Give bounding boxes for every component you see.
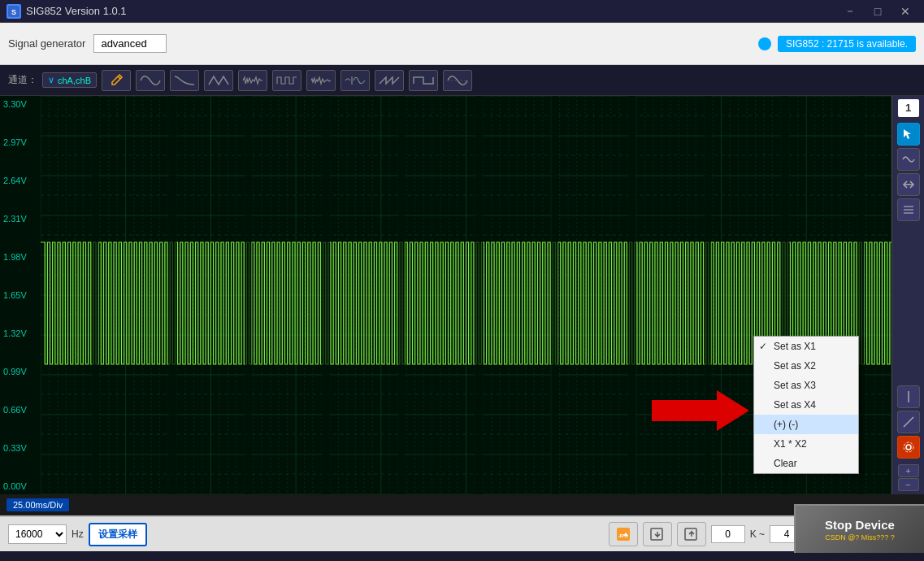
menu-item-clear[interactable]: Clear: [754, 454, 858, 473]
menu-item-set-x1[interactable]: Set as X1: [754, 337, 858, 356]
triangle-wave-button[interactable]: [204, 70, 233, 91]
titlebar-left: S SIG852 Version 1.0.1: [7, 4, 127, 19]
svg-rect-150: [685, 528, 696, 540]
decay-wave-button[interactable]: [170, 70, 199, 91]
y-axis-label-2: 2.64V: [3, 176, 37, 185]
y-axis-label-5: 1.65V: [3, 290, 37, 300]
cursor-tool-button[interactable]: [897, 123, 920, 146]
topbar: Signal generator SIG852 : 21715 is avail…: [0, 23, 924, 65]
channel-number: 1: [898, 99, 919, 117]
save-jpg-button[interactable]: JPG: [609, 522, 638, 546]
stop-device-button[interactable]: Stop Device CSDN @? Miss??? ?: [794, 504, 924, 553]
y-axis-label-8: 0.66V: [3, 405, 37, 415]
sample-rate-select[interactable]: 16000: [8, 524, 67, 544]
menu-item-set-x3[interactable]: Set as X3: [754, 376, 858, 395]
noise-wave-button[interactable]: [238, 70, 267, 91]
svg-line-2: [118, 76, 120, 79]
y-axis-label-9: 0.33V: [3, 443, 37, 453]
svg-point-145: [906, 445, 911, 450]
titlebar-controls: － □ ✕: [838, 2, 917, 21]
y-axis-label-10: 0.00V: [3, 481, 37, 491]
svg-point-146: [904, 442, 913, 452]
right-sidebar: 1: [891, 96, 924, 494]
maximize-button[interactable]: □: [865, 2, 890, 21]
import-button[interactable]: [677, 522, 706, 546]
y-axis-label-4: 1.98V: [3, 252, 37, 262]
csdn-subtext: CSDN @? Miss??? ?: [825, 533, 895, 541]
titlebar-title: SIG852 Version 1.0.1: [26, 5, 127, 17]
channel-toolbar: 通道： ∨ chA,chB: [0, 65, 924, 96]
svg-rect-128: [168, 96, 176, 494]
red-arrow: [652, 390, 749, 433]
k-label-left: K ~: [750, 528, 765, 540]
stop-device-label: Stop Device: [825, 518, 895, 532]
settings-button[interactable]: [897, 436, 920, 459]
close-button[interactable]: ✕: [893, 2, 917, 21]
svg-rect-132: [475, 96, 483, 494]
svg-marker-138: [652, 390, 749, 431]
channel-value: chA,chB: [58, 76, 91, 85]
expand-tool-button[interactable]: [897, 173, 920, 196]
channel-label: 通道：: [8, 73, 37, 87]
bottom-toolbar: 16000 Hz 设置采样 JPG K ~ K 重复 NO ✓ Stop Dev…: [0, 515, 924, 551]
svg-line-144: [904, 417, 913, 427]
context-menu: Set as X1 Set as X2 Set as X3 Set as X4 …: [753, 336, 859, 474]
timescale-display: 25.00ms/Div: [7, 498, 69, 511]
scope-area[interactable]: 3.30V 2.97V 2.64V 2.31V 1.98V 1.65V 1.32…: [0, 96, 891, 494]
pen-icon-button[interactable]: [102, 70, 131, 91]
pulse-wave-button[interactable]: [272, 70, 301, 91]
channel-select[interactable]: ∨ chA,chB: [42, 72, 97, 88]
menu-item-set-x4[interactable]: Set as X4: [754, 395, 858, 415]
multi-wave-button[interactable]: [341, 70, 370, 91]
menu-item-x1-x2[interactable]: X1 * X2: [754, 434, 858, 454]
y-axis-label-7: 0.99V: [3, 367, 37, 376]
svg-rect-129: [245, 96, 251, 494]
setup-sample-button[interactable]: 设置采样: [89, 523, 147, 546]
svg-rect-135: [705, 96, 711, 494]
y-axis-label-3: 2.31V: [3, 214, 37, 224]
sine2-wave-button[interactable]: [443, 70, 472, 91]
plus-button[interactable]: +: [898, 464, 919, 477]
square-wave-button[interactable]: [409, 70, 438, 91]
titlebar: S SIG852 Version 1.0.1 － □ ✕: [0, 0, 924, 23]
svg-rect-127: [92, 96, 98, 494]
y-axis: 3.30V 2.97V 2.64V 2.31V 1.98V 1.65V 1.32…: [0, 96, 41, 494]
sine-wave-button[interactable]: [136, 70, 165, 91]
svg-rect-133: [551, 96, 557, 494]
topbar-right: SIG852 : 21715 is available.: [758, 36, 916, 52]
menu-item-set-x2[interactable]: Set as X2: [754, 356, 858, 376]
export-button[interactable]: [643, 522, 672, 546]
channel-dropdown-arrow: ∨: [48, 75, 54, 85]
sawtooth-wave-button[interactable]: [375, 70, 404, 91]
y-axis-label-1: 2.97V: [3, 137, 37, 147]
signal-generator-label: Signal generator: [8, 37, 85, 50]
hz-label: Hz: [72, 528, 84, 540]
status-bar: 25.00ms/Div: [0, 494, 924, 515]
menu-item-plus-minus[interactable]: (+) (-): [754, 415, 858, 434]
main-area: 3.30V 2.97V 2.64V 2.31V 1.98V 1.65V 1.32…: [0, 96, 924, 494]
svg-rect-131: [398, 96, 405, 494]
svg-rect-130: [322, 96, 330, 494]
y-axis-label-0: 3.30V: [3, 99, 37, 109]
minus-button[interactable]: −: [898, 478, 919, 491]
svg-rect-149: [651, 528, 662, 540]
diagonal-button[interactable]: [897, 411, 920, 433]
k-input-left[interactable]: [711, 525, 745, 543]
vertical-line-button[interactable]: [897, 385, 920, 408]
minimize-button[interactable]: －: [838, 2, 862, 21]
status-text: SIG852 : 21715 is available.: [778, 36, 916, 52]
svg-text:S: S: [11, 8, 16, 16]
fit-width-button[interactable]: [897, 198, 920, 221]
advanced-input[interactable]: [93, 34, 167, 53]
noise2-wave-button[interactable]: [306, 70, 336, 91]
svg-rect-134: [627, 96, 636, 494]
y-axis-label-6: 1.32V: [3, 328, 37, 338]
status-indicator: [758, 37, 771, 50]
titlebar-icon: S: [7, 4, 21, 19]
waveform-tool-button[interactable]: [897, 148, 920, 171]
